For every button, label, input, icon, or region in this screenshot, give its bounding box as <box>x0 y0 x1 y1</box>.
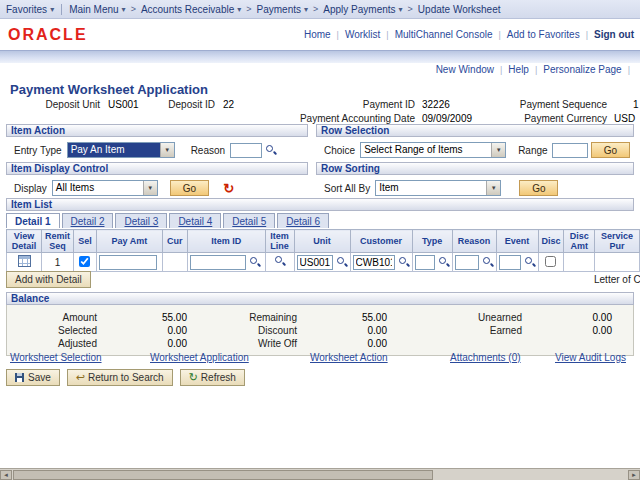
row-selection-go-button[interactable]: Go <box>591 142 630 158</box>
customer-lookup-icon[interactable] <box>398 256 410 268</box>
refresh-button[interactable]: ↻ Refresh <box>180 369 245 386</box>
entry-type-select[interactable]: Pay An Item ▼ <box>67 142 175 158</box>
unit-lookup-icon[interactable] <box>336 256 348 268</box>
breadcrumb-apply-payments[interactable]: Apply Payments <box>323 4 402 15</box>
header-link-add-to-favorites[interactable]: Add to Favorites <box>507 29 580 40</box>
tab-detail-4[interactable]: Detail 4 <box>169 213 221 228</box>
unearned-label: Unearned <box>387 312 522 323</box>
earned-value: 0.00 <box>522 325 612 336</box>
item-list-table: View Detail Remit Seq Sel Pay Amt Cur It… <box>6 229 640 272</box>
row-sorting-header: Row Sorting <box>316 162 634 175</box>
refresh-display-icon[interactable]: ↻ <box>223 181 234 196</box>
header-link-multichannel-console[interactable]: MultiChannel Console <box>395 29 493 40</box>
item-list-header: Item List <box>6 198 634 211</box>
customer-input[interactable] <box>353 255 395 270</box>
tab-detail-3[interactable]: Detail 3 <box>115 213 167 228</box>
selected-value: 0.00 <box>97 325 187 336</box>
tab-detail-1[interactable]: Detail 1 <box>6 213 60 228</box>
tab-detail-5[interactable]: Detail 5 <box>223 213 275 228</box>
scroll-left-arrow-icon[interactable]: ◄ <box>0 470 12 480</box>
deposit-id-label: Deposit ID <box>130 99 215 110</box>
save-button[interactable]: Save <box>6 369 60 386</box>
sign-out-link[interactable]: Sign out <box>594 29 634 40</box>
reason-lookup-icon[interactable] <box>482 256 494 268</box>
scrollbar-thumb[interactable] <box>13 470 433 480</box>
view-audit-logs-link[interactable]: View Audit Logs <box>555 352 626 363</box>
pay-amt-input[interactable] <box>99 255 157 270</box>
row-sorting-group: Row Sorting Sort All By Item ▼ Go <box>316 162 634 196</box>
sort-all-by-value: Item <box>376 181 486 195</box>
item-line-lookup-icon[interactable] <box>274 255 286 267</box>
sel-checkbox[interactable] <box>79 256 90 267</box>
chevron-down-icon: ▼ <box>143 181 157 195</box>
chevron-down-icon: ▼ <box>491 143 505 157</box>
link-separator <box>331 29 345 40</box>
disc-checkbox[interactable] <box>545 256 556 267</box>
reason-lookup-icon[interactable] <box>265 144 277 156</box>
choice-select[interactable]: Select Range of Items ▼ <box>360 142 506 158</box>
breadcrumb-main-menu[interactable]: Main Menu <box>69 4 125 15</box>
row-selection-header: Row Selection <box>316 124 634 137</box>
help-link[interactable]: Help <box>508 64 529 75</box>
breadcrumb: Favorites Main Menu > Accounts Receivabl… <box>0 0 640 19</box>
adjusted-label: Adjusted <box>7 338 97 349</box>
accounting-date-value: 09/09/2009 <box>422 113 472 124</box>
header-link-home[interactable]: Home <box>304 29 331 40</box>
display-label: Display <box>14 183 47 194</box>
item-display-go-button[interactable]: Go <box>170 180 209 196</box>
view-detail-icon[interactable] <box>18 255 31 267</box>
type-input[interactable] <box>415 255 435 270</box>
horizontal-scrollbar[interactable]: ◄ ► <box>0 468 640 480</box>
return-to-search-button[interactable]: ↩ Return to Search <box>67 369 173 386</box>
breadcrumb-payments[interactable]: Payments <box>257 4 308 15</box>
header-band <box>0 50 640 63</box>
table-row: 1 <box>7 253 640 272</box>
item-id-lookup-icon[interactable] <box>249 256 261 268</box>
bottom-toolbar: Save ↩ Return to Search ↻ Refresh <box>6 369 245 386</box>
item-action-group: Item Action Entry Type Pay An Item ▼ Rea… <box>6 124 308 158</box>
display-select[interactable]: All Items ▼ <box>52 180 158 196</box>
col-sel: Sel <box>73 230 96 253</box>
worksheet-application-link[interactable]: Worksheet Application <box>150 352 249 363</box>
entry-type-label: Entry Type <box>14 145 62 156</box>
worksheet-action-link[interactable]: Worksheet Action <box>310 352 388 363</box>
tab-detail-2[interactable]: Detail 2 <box>62 213 114 228</box>
attachments-link[interactable]: Attachments (0) <box>450 352 521 363</box>
personalize-page-link[interactable]: Personalize Page <box>543 64 621 75</box>
breadcrumb-ar-label: Accounts Receivable <box>141 4 234 15</box>
link-separator <box>494 64 508 75</box>
col-reason: Reason <box>452 230 496 253</box>
sort-all-by-select[interactable]: Item ▼ <box>375 180 501 196</box>
worksheet-links: Worksheet Selection Worksheet Applicatio… <box>10 352 640 363</box>
add-with-detail-button[interactable]: Add with Detail <box>6 271 91 288</box>
worksheet-selection-link[interactable]: Worksheet Selection <box>10 352 102 363</box>
breadcrumb-separator: > <box>246 4 251 14</box>
unit-input[interactable] <box>297 255 333 270</box>
row-sorting-go-button[interactable]: Go <box>519 180 558 196</box>
breadcrumb-accounts-receivable[interactable]: Accounts Receivable <box>141 4 241 15</box>
breadcrumb-favorites[interactable]: Favorites <box>6 4 54 15</box>
item-id-input[interactable] <box>190 255 246 270</box>
write-off-label: Write Off <box>187 338 297 349</box>
header-link-worklist[interactable]: Worklist <box>345 29 380 40</box>
payment-id-label: Payment ID <box>320 99 415 110</box>
scroll-right-arrow-icon[interactable]: ► <box>628 470 640 480</box>
item-action-header: Item Action <box>6 124 308 137</box>
event-lookup-icon[interactable] <box>524 256 536 268</box>
new-window-link[interactable]: New Window <box>436 64 494 75</box>
top-header: ORACLE Home Worklist MultiChannel Consol… <box>0 20 640 50</box>
reason-input[interactable] <box>455 255 479 270</box>
balance-content: Amount 55.00 Remaining 55.00 Unearned 0.… <box>6 305 634 356</box>
link-separator <box>529 64 543 75</box>
range-input[interactable] <box>552 143 588 158</box>
type-lookup-icon[interactable] <box>438 256 450 268</box>
display-value: All Items <box>53 181 143 195</box>
event-input[interactable] <box>499 255 521 270</box>
breadcrumb-separator: > <box>313 4 318 14</box>
row-selection-group: Row Selection Choice Select Range of Ite… <box>316 124 634 158</box>
save-label: Save <box>28 372 51 383</box>
selected-label: Selected <box>7 325 97 336</box>
link-separator <box>580 29 594 40</box>
tab-detail-6[interactable]: Detail 6 <box>277 213 329 228</box>
item-action-reason-input[interactable] <box>230 143 262 158</box>
